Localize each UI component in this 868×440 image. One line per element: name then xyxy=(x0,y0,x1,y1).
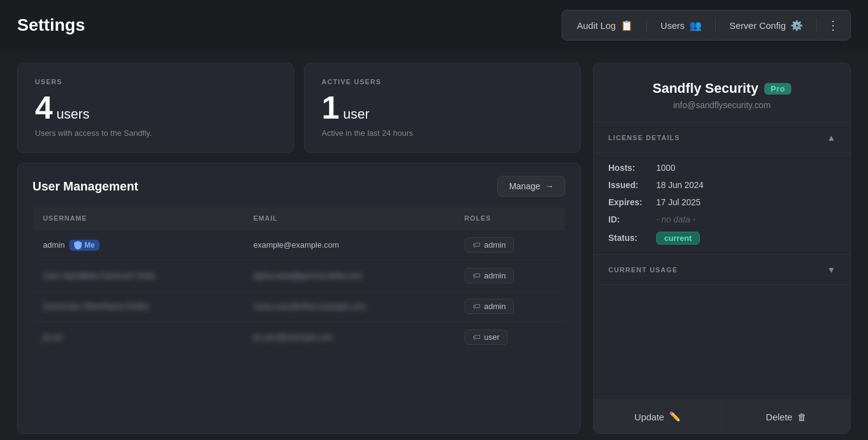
header-actions: Audit Log 📋 Users 👥 Server Config ⚙️ ⋮ xyxy=(562,10,851,41)
arrow-right-icon: → xyxy=(545,181,554,191)
issued-row: Issued: 18 Jun 2024 xyxy=(608,180,835,190)
role-text: admin xyxy=(484,240,506,249)
delete-button[interactable]: Delete 🗑 xyxy=(723,400,851,433)
role-text: admin xyxy=(484,302,506,311)
active-users-number-row: 1 user xyxy=(322,92,563,124)
pro-badge: Pro xyxy=(764,83,791,95)
server-config-label: Server Config xyxy=(729,20,786,31)
username-text: admin xyxy=(43,240,64,249)
chevron-down-icon: ▼ xyxy=(827,265,835,275)
update-label: Update xyxy=(635,412,664,422)
role-badge: 🏷 user xyxy=(465,329,508,345)
role-text: user xyxy=(484,332,500,342)
main-layout: USERS 4 users Users with access to the S… xyxy=(0,50,868,440)
email-cell-blurred: some.user@other.example.com xyxy=(244,291,455,322)
page-title: Settings xyxy=(17,15,85,35)
stats-row: USERS 4 users Users with access to the S… xyxy=(17,63,581,153)
left-panel: USERS 4 users Users with access to the S… xyxy=(17,63,581,434)
email-blurred: some.user@other.example.com xyxy=(254,302,366,311)
username-cell-blurred: jd.usr xyxy=(33,322,244,353)
email-blurred: alpha.beta@gamma.delta.com xyxy=(254,271,362,280)
col-email: EMAIL xyxy=(244,207,455,230)
hosts-label: Hosts: xyxy=(608,163,653,173)
users-stat-label: USERS xyxy=(35,78,276,85)
server-config-button[interactable]: Server Config ⚙️ xyxy=(719,15,813,36)
user-mgmt-title: User Management xyxy=(33,179,138,194)
table-row: User AlphaBeta GammaX Delta alpha.beta@g… xyxy=(33,261,565,291)
email-blurred: jd.user@example.com xyxy=(254,332,333,342)
id-label: ID: xyxy=(608,214,653,224)
col-username: USERNAME xyxy=(33,207,244,230)
role-badge: 🏷 admin xyxy=(465,299,514,314)
license-details-label: LICENSE DETAILS xyxy=(608,134,680,141)
expires-label: Expires: xyxy=(608,197,653,207)
users-desc: Users with access to the Sandfly. xyxy=(35,128,276,138)
pencil-icon: ✏️ xyxy=(669,411,681,422)
issued-value: 18 Jun 2024 xyxy=(656,180,703,190)
users-stat-card: USERS 4 users Users with access to the S… xyxy=(17,63,294,153)
users-count: 4 xyxy=(35,92,53,124)
email-cell: example@example.com xyxy=(244,230,455,261)
issued-label: Issued: xyxy=(608,180,653,190)
company-name-row: Sandfly Security Pro xyxy=(608,81,835,96)
manage-button[interactable]: Manage → xyxy=(497,176,565,197)
active-users-desc: Active in the last 24 hours xyxy=(322,128,563,138)
company-email: info@sandflysecurity.com xyxy=(608,100,835,110)
users-button[interactable]: Users 👥 xyxy=(651,15,711,36)
username-cell-blurred: User AlphaBeta GammaX Delta xyxy=(33,261,244,291)
role-cell: 🏷 admin xyxy=(455,230,565,261)
license-details-section-header[interactable]: LICENSE DETAILS ▲ xyxy=(594,123,850,153)
active-users-count: 1 xyxy=(322,92,339,124)
role-cell: 🏷 user xyxy=(455,322,565,353)
status-row: Status: current xyxy=(608,232,835,245)
email-cell-blurred: jd.user@example.com xyxy=(244,322,455,353)
users-table: USERNAME EMAIL ROLES admin xyxy=(33,206,565,353)
right-panel: Sandfly Security Pro info@sandflysecurit… xyxy=(593,63,851,434)
table-head: USERNAME EMAIL ROLES xyxy=(33,207,565,230)
more-options-button[interactable]: ⋮ xyxy=(821,13,845,37)
user-management-card: User Management Manage → USERNAME EMAIL … xyxy=(17,163,581,434)
divider-3 xyxy=(816,18,817,33)
expires-value: 17 Jul 2025 xyxy=(656,197,700,207)
username-blurred: User AlphaBeta GammaX Delta xyxy=(43,271,155,280)
users-unit: users xyxy=(56,106,90,122)
tag-icon: 🏷 xyxy=(473,271,481,280)
chevron-up-icon: ▲ xyxy=(827,133,835,143)
users-stat-number-row: 4 users xyxy=(35,92,276,124)
divider-1 xyxy=(646,18,647,33)
expires-row: Expires: 17 Jul 2025 xyxy=(608,197,835,207)
me-badge: Me xyxy=(69,240,99,251)
current-usage-section-header[interactable]: CURRENT USAGE ▼ xyxy=(594,255,850,285)
audit-log-icon: 📋 xyxy=(621,20,633,31)
table-row: SomeUser OtherName EtcEtc some.user@othe… xyxy=(33,291,565,322)
role-text: admin xyxy=(484,271,506,280)
update-button[interactable]: Update ✏️ xyxy=(594,400,723,433)
tag-icon: 🏷 xyxy=(473,240,481,249)
user-mgmt-header: User Management Manage → xyxy=(33,176,565,197)
id-value: - no data - xyxy=(656,214,696,224)
email-cell-blurred: alpha.beta@gamma.delta.com xyxy=(244,261,455,291)
username-blurred: jd.usr xyxy=(43,332,63,342)
audit-log-label: Audit Log xyxy=(577,20,616,31)
hosts-row: Hosts: 1000 xyxy=(608,163,835,173)
current-usage-label: CURRENT USAGE xyxy=(608,266,678,273)
active-users-stat-card: ACTIVE USERS 1 user Active in the last 2… xyxy=(304,63,581,153)
tag-icon: 🏷 xyxy=(473,302,481,311)
id-row: ID: - no data - xyxy=(608,214,835,224)
header: Settings Audit Log 📋 Users 👥 Server Conf… xyxy=(0,0,868,50)
bottom-actions: Update ✏️ Delete 🗑 xyxy=(594,399,850,433)
table-body: admin Me example@example.com xyxy=(33,230,565,353)
tag-icon: 🏷 xyxy=(473,332,481,342)
shield-icon xyxy=(74,241,82,249)
status-badge: current xyxy=(656,232,700,245)
username-cell-blurred: SomeUser OtherName EtcEtc xyxy=(33,291,244,322)
active-users-unit: user xyxy=(343,106,370,122)
active-users-label: ACTIVE USERS xyxy=(322,78,563,85)
col-roles: ROLES xyxy=(455,207,565,230)
username-blurred: SomeUser OtherName EtcEtc xyxy=(43,302,149,311)
gear-icon: ⚙️ xyxy=(791,20,803,31)
license-top: Sandfly Security Pro info@sandflysecurit… xyxy=(594,63,850,123)
audit-log-button[interactable]: Audit Log 📋 xyxy=(567,15,643,36)
spacer xyxy=(594,285,850,399)
company-name: Sandfly Security xyxy=(653,81,758,96)
